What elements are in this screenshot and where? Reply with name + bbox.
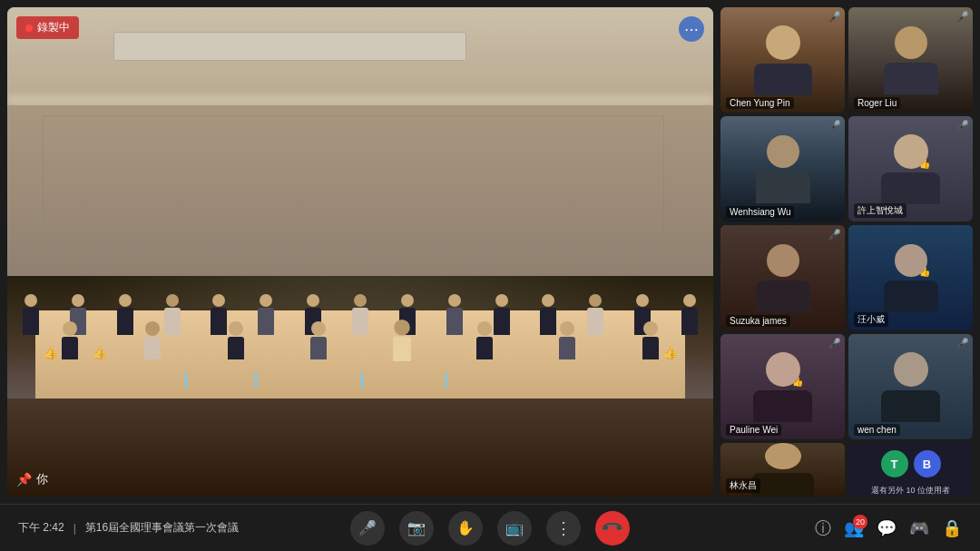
meeting-title: 第16屆全國理事會議第一次會議 (85, 520, 239, 536)
mic-button[interactable]: 🎤 (350, 511, 385, 546)
main-video: 👍 👍 👍 錄製中 ⋯ 📌 你 (7, 7, 713, 497)
tile-name-lin: 林永昌 (726, 478, 760, 493)
tile-name-pauline: Pauline Wei (726, 424, 781, 436)
tile-others: T B 還有另外 10 位使用者 (848, 443, 973, 497)
tile-name-chen: Chen Yung Pin (726, 97, 794, 109)
recording-label: 錄製中 (37, 20, 70, 35)
hand-button[interactable]: ✋ (448, 511, 483, 546)
tile-name-suzuka: Suzuka james (726, 315, 790, 327)
more-button[interactable]: ⋮ (546, 511, 581, 546)
mute-icon-suzuka: 🎤 (828, 229, 841, 241)
chat-button[interactable]: 💬 (877, 518, 897, 538)
meeting-time: 下午 2:42 (18, 520, 64, 536)
tile-name-roger: Roger Liu (854, 97, 900, 109)
end-call-icon: 📞 (600, 516, 625, 541)
main-container: 👍 👍 👍 錄製中 ⋯ 📌 你 (0, 0, 980, 551)
tile-suzuka: 🎤 Suzuka james (720, 225, 845, 330)
sidebar-tiles: 🎤 Chen Yung Pin 🎤 Roger Liu (717, 0, 980, 504)
screen-icon: 📺 (505, 519, 524, 536)
video-area: 👍 👍 👍 錄製中 ⋯ 📌 你 (0, 0, 980, 504)
participants-button[interactable]: 👥 20 (844, 518, 864, 538)
camera-button[interactable]: 📷 (399, 511, 434, 546)
mic-icon: 🎤 (358, 519, 377, 536)
avatar-b: B (914, 450, 941, 477)
mute-icon-chen: 🎤 (828, 11, 841, 23)
tile-wang: 👍 汪小威 (848, 225, 973, 330)
mute-icon-wen: 🎤 (956, 338, 969, 349)
security-button[interactable]: 🔒 (942, 518, 962, 538)
mute-icon-xu: 🎤 (956, 120, 969, 132)
end-call-button[interactable]: 📞 (595, 511, 630, 546)
camera-icon: 📷 (407, 519, 426, 536)
activities-button[interactable]: 🎮 (909, 518, 929, 538)
avatar-t: T (881, 450, 908, 477)
toolbar-right: ⓘ 👥 20 💬 🎮 🔒 (630, 517, 962, 539)
participant-count: 20 (853, 515, 867, 529)
tile-lin: 林永昌 (720, 443, 845, 497)
tile-name-wenhsiang: Wenhsiang Wu (726, 206, 794, 218)
pin-name: 你 (36, 471, 48, 487)
screen-share-button[interactable]: 📺 (497, 511, 532, 546)
tile-xu: 👍 🎤 許上智悅城 (848, 116, 973, 221)
toolbar-left: 下午 2:42 | 第16屆全國理事會議第一次會議 (18, 520, 350, 536)
mute-icon-pauline: 🎤 (828, 338, 841, 349)
hand-icon: ✋ (456, 519, 475, 536)
conference-photo: 👍 👍 👍 (7, 7, 713, 497)
info-button[interactable]: ⓘ (815, 517, 831, 539)
tile-chen: 🎤 Chen Yung Pin (720, 7, 845, 113)
recording-dot (25, 25, 33, 32)
mute-icon-wenhsiang: 🎤 (828, 120, 841, 132)
tile-pauline: 👍 🎤 Pauline Wei (720, 334, 845, 439)
toolbar-center: 🎤 📷 ✋ 📺 ⋮ 📞 (350, 511, 630, 546)
tile-wen: 🎤 wen chen (848, 334, 973, 439)
recording-badge: 錄製中 (16, 16, 79, 39)
more-icon: ⋮ (555, 518, 572, 538)
bottom-toolbar: 下午 2:42 | 第16屆全國理事會議第一次會議 🎤 📷 ✋ 📺 ⋮ 📞 (0, 504, 980, 551)
tile-name-xu: 許上智悅城 (854, 203, 906, 218)
more-options-button[interactable]: ⋯ (679, 16, 704, 42)
tile-wenhsiang: 🎤 Wenhsiang Wu (720, 116, 845, 221)
tile-name-wen: wen chen (854, 424, 900, 436)
pin-label: 📌 你 (16, 471, 48, 487)
others-label: 還有另外 10 位使用者 (867, 485, 954, 497)
mute-icon-roger: 🎤 (956, 11, 969, 23)
tile-roger: 🎤 Roger Liu (848, 7, 973, 113)
tile-name-wang: 汪小威 (854, 312, 888, 327)
